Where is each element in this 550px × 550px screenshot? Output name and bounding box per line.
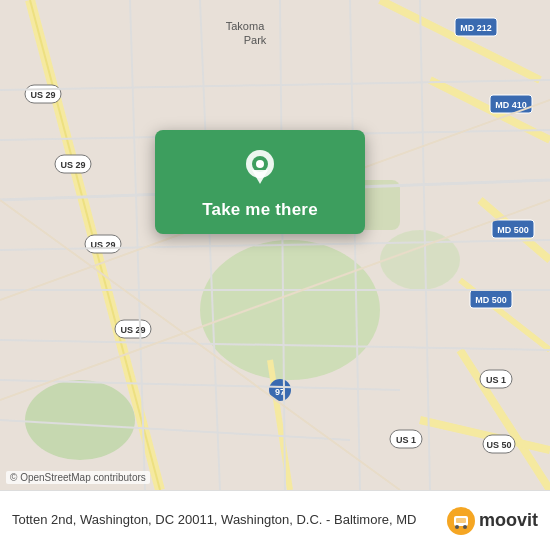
svg-text:Takoma: Takoma: [226, 20, 265, 32]
svg-text:US 29: US 29: [120, 325, 145, 335]
map-background: US 29 US 29 US 29 US 29 MD 212 MD 410 MD…: [0, 0, 550, 490]
svg-text:MD 500: MD 500: [497, 225, 529, 235]
svg-rect-65: [456, 518, 466, 523]
moovit-logo: moovit: [447, 507, 538, 535]
moovit-text: moovit: [479, 510, 538, 531]
svg-point-4: [380, 230, 460, 290]
bottom-bar: Totten 2nd, Washington, DC 20011, Washin…: [0, 490, 550, 550]
svg-text:US 29: US 29: [60, 160, 85, 170]
svg-text:Park: Park: [244, 34, 267, 46]
svg-point-2: [25, 380, 135, 460]
moovit-bus-icon: [447, 507, 475, 535]
svg-marker-59: [252, 170, 268, 184]
svg-point-64: [463, 525, 467, 529]
location-pin-icon: [238, 146, 282, 190]
address-text: Totten 2nd, Washington, DC 20011, Washin…: [12, 511, 437, 529]
svg-text:US 29: US 29: [30, 90, 55, 100]
map-attribution: © OpenStreetMap contributors: [6, 471, 150, 484]
svg-point-60: [256, 160, 264, 168]
take-me-there-label: Take me there: [202, 200, 318, 220]
svg-text:US 1: US 1: [486, 375, 506, 385]
svg-text:MD 212: MD 212: [460, 23, 492, 33]
svg-point-1: [200, 240, 380, 380]
map-container: US 29 US 29 US 29 US 29 MD 212 MD 410 MD…: [0, 0, 550, 490]
take-me-there-card[interactable]: Take me there: [155, 130, 365, 234]
osm-text: © OpenStreetMap contributors: [10, 472, 146, 483]
svg-text:US 50: US 50: [486, 440, 511, 450]
svg-point-63: [455, 525, 459, 529]
svg-text:MD 410: MD 410: [495, 100, 527, 110]
svg-text:US 1: US 1: [396, 435, 416, 445]
svg-text:MD 500: MD 500: [475, 295, 507, 305]
